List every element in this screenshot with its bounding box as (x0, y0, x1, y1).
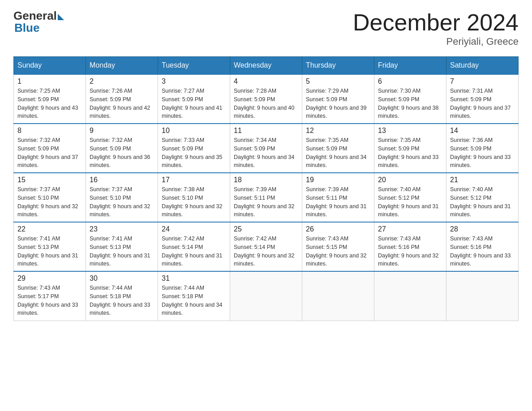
table-row: 29 Sunrise: 7:43 AMSunset: 5:17 PMDaylig… (14, 271, 86, 321)
table-row: 28 Sunrise: 7:43 AMSunset: 5:16 PMDaylig… (446, 222, 519, 271)
day-info: Sunrise: 7:44 AMSunset: 5:18 PMDaylight:… (162, 284, 226, 317)
day-number: 19 (306, 176, 370, 184)
table-row: 23 Sunrise: 7:41 AMSunset: 5:13 PMDaylig… (86, 222, 158, 271)
week-row-5: 29 Sunrise: 7:43 AMSunset: 5:17 PMDaylig… (14, 271, 519, 321)
table-row: 5 Sunrise: 7:29 AMSunset: 5:09 PMDayligh… (302, 74, 374, 124)
table-row: 24 Sunrise: 7:42 AMSunset: 5:14 PMDaylig… (158, 222, 230, 271)
table-row: 2 Sunrise: 7:26 AMSunset: 5:09 PMDayligh… (86, 74, 158, 124)
day-number: 12 (306, 127, 370, 135)
month-title: December 2024 (353, 9, 519, 36)
day-info: Sunrise: 7:43 AMSunset: 5:17 PMDaylight:… (17, 284, 82, 317)
header-thursday: Thursday (302, 57, 374, 75)
day-info: Sunrise: 7:43 AMSunset: 5:16 PMDaylight:… (378, 235, 442, 268)
table-row: 4 Sunrise: 7:28 AMSunset: 5:09 PMDayligh… (230, 74, 302, 124)
table-row: 14 Sunrise: 7:36 AMSunset: 5:09 PMDaylig… (446, 124, 519, 173)
day-number: 6 (378, 77, 442, 86)
table-row: 16 Sunrise: 7:37 AMSunset: 5:10 PMDaylig… (86, 173, 158, 222)
day-info: Sunrise: 7:25 AMSunset: 5:09 PMDaylight:… (17, 87, 82, 120)
table-row: 6 Sunrise: 7:30 AMSunset: 5:09 PMDayligh… (374, 74, 446, 124)
day-header-row: Sunday Monday Tuesday Wednesday Thursday… (14, 57, 519, 75)
day-info: Sunrise: 7:39 AMSunset: 5:11 PMDaylight:… (234, 185, 298, 219)
day-info: Sunrise: 7:35 AMSunset: 5:09 PMDaylight:… (306, 136, 370, 170)
table-row: 3 Sunrise: 7:27 AMSunset: 5:09 PMDayligh… (158, 74, 230, 124)
day-number: 7 (450, 77, 515, 86)
table-row: 1 Sunrise: 7:25 AMSunset: 5:09 PMDayligh… (14, 74, 86, 124)
day-info: Sunrise: 7:31 AMSunset: 5:09 PMDaylight:… (450, 87, 515, 120)
day-number: 15 (17, 176, 82, 184)
table-row: 15 Sunrise: 7:37 AMSunset: 5:10 PMDaylig… (14, 173, 86, 222)
day-info: Sunrise: 7:33 AMSunset: 5:09 PMDaylight:… (162, 136, 226, 170)
day-info: Sunrise: 7:32 AMSunset: 5:09 PMDaylight:… (90, 136, 154, 170)
day-number: 13 (378, 127, 442, 135)
table-row: 10 Sunrise: 7:33 AMSunset: 5:09 PMDaylig… (158, 124, 230, 173)
week-row-4: 22 Sunrise: 7:41 AMSunset: 5:13 PMDaylig… (14, 222, 519, 271)
table-row: 12 Sunrise: 7:35 AMSunset: 5:09 PMDaylig… (302, 124, 374, 173)
location: Periyiali, Greece (353, 36, 519, 47)
week-row-3: 15 Sunrise: 7:37 AMSunset: 5:10 PMDaylig… (14, 173, 519, 222)
day-info: Sunrise: 7:42 AMSunset: 5:14 PMDaylight:… (162, 235, 226, 268)
day-info: Sunrise: 7:43 AMSunset: 5:16 PMDaylight:… (450, 235, 515, 268)
table-row: 19 Sunrise: 7:39 AMSunset: 5:11 PMDaylig… (302, 173, 374, 222)
day-number: 2 (90, 77, 154, 86)
header-friday: Friday (374, 57, 446, 75)
table-row: 22 Sunrise: 7:41 AMSunset: 5:13 PMDaylig… (14, 222, 86, 271)
day-number: 18 (234, 176, 298, 184)
page-header: General Blue December 2024 Periyiali, Gr… (13, 9, 519, 47)
day-info: Sunrise: 7:34 AMSunset: 5:09 PMDaylight:… (234, 136, 298, 170)
day-number: 29 (17, 274, 82, 283)
header-tuesday: Tuesday (158, 57, 230, 75)
day-info: Sunrise: 7:37 AMSunset: 5:10 PMDaylight:… (17, 185, 82, 219)
day-info: Sunrise: 7:36 AMSunset: 5:09 PMDaylight:… (450, 136, 515, 170)
day-info: Sunrise: 7:44 AMSunset: 5:18 PMDaylight:… (90, 284, 154, 317)
day-info: Sunrise: 7:41 AMSunset: 5:13 PMDaylight:… (17, 235, 82, 268)
day-number: 3 (162, 77, 226, 86)
day-info: Sunrise: 7:37 AMSunset: 5:10 PMDaylight:… (90, 185, 154, 219)
day-info: Sunrise: 7:32 AMSunset: 5:09 PMDaylight:… (17, 136, 82, 170)
day-info: Sunrise: 7:35 AMSunset: 5:09 PMDaylight:… (378, 136, 442, 170)
table-row: 8 Sunrise: 7:32 AMSunset: 5:09 PMDayligh… (14, 124, 86, 173)
day-info: Sunrise: 7:26 AMSunset: 5:09 PMDaylight:… (90, 87, 154, 120)
title-area: December 2024 Periyiali, Greece (353, 9, 519, 47)
table-row: 18 Sunrise: 7:39 AMSunset: 5:11 PMDaylig… (230, 173, 302, 222)
table-row: 26 Sunrise: 7:43 AMSunset: 5:15 PMDaylig… (302, 222, 374, 271)
day-number: 21 (450, 176, 515, 184)
day-info: Sunrise: 7:42 AMSunset: 5:14 PMDaylight:… (234, 235, 298, 268)
day-info: Sunrise: 7:40 AMSunset: 5:12 PMDaylight:… (378, 185, 442, 219)
day-info: Sunrise: 7:27 AMSunset: 5:09 PMDaylight:… (162, 87, 226, 120)
day-number: 5 (306, 77, 370, 86)
day-info: Sunrise: 7:43 AMSunset: 5:15 PMDaylight:… (306, 235, 370, 268)
day-number: 17 (162, 176, 226, 184)
day-number: 27 (378, 225, 442, 233)
table-row: 20 Sunrise: 7:40 AMSunset: 5:12 PMDaylig… (374, 173, 446, 222)
logo-blue-text: Blue (14, 21, 39, 35)
day-info: Sunrise: 7:28 AMSunset: 5:09 PMDaylight:… (234, 87, 298, 120)
header-sunday: Sunday (14, 57, 86, 75)
logo-arrow-icon (58, 14, 64, 20)
table-row: 27 Sunrise: 7:43 AMSunset: 5:16 PMDaylig… (374, 222, 446, 271)
day-number: 20 (378, 176, 442, 184)
day-number: 30 (90, 274, 154, 283)
day-info: Sunrise: 7:29 AMSunset: 5:09 PMDaylight:… (306, 87, 370, 120)
table-row: 11 Sunrise: 7:34 AMSunset: 5:09 PMDaylig… (230, 124, 302, 173)
day-info: Sunrise: 7:41 AMSunset: 5:13 PMDaylight:… (90, 235, 154, 268)
day-number: 14 (450, 127, 515, 135)
day-info: Sunrise: 7:30 AMSunset: 5:09 PMDaylight:… (378, 87, 442, 120)
day-number: 24 (162, 225, 226, 233)
table-row: 13 Sunrise: 7:35 AMSunset: 5:09 PMDaylig… (374, 124, 446, 173)
day-number: 16 (90, 176, 154, 184)
day-number: 8 (17, 127, 82, 135)
day-number: 31 (162, 274, 226, 283)
table-row: 31 Sunrise: 7:44 AMSunset: 5:18 PMDaylig… (158, 271, 230, 321)
table-row: 17 Sunrise: 7:38 AMSunset: 5:10 PMDaylig… (158, 173, 230, 222)
day-number: 11 (234, 127, 298, 135)
table-row: 30 Sunrise: 7:44 AMSunset: 5:18 PMDaylig… (86, 271, 158, 321)
table-row: 7 Sunrise: 7:31 AMSunset: 5:09 PMDayligh… (446, 74, 519, 124)
header-monday: Monday (86, 57, 158, 75)
day-number: 25 (234, 225, 298, 233)
day-number: 26 (306, 225, 370, 233)
table-row: 21 Sunrise: 7:40 AMSunset: 5:12 PMDaylig… (446, 173, 519, 222)
table-row: 25 Sunrise: 7:42 AMSunset: 5:14 PMDaylig… (230, 222, 302, 271)
week-row-1: 1 Sunrise: 7:25 AMSunset: 5:09 PMDayligh… (14, 74, 519, 124)
day-number: 28 (450, 225, 515, 233)
table-row (446, 271, 519, 321)
